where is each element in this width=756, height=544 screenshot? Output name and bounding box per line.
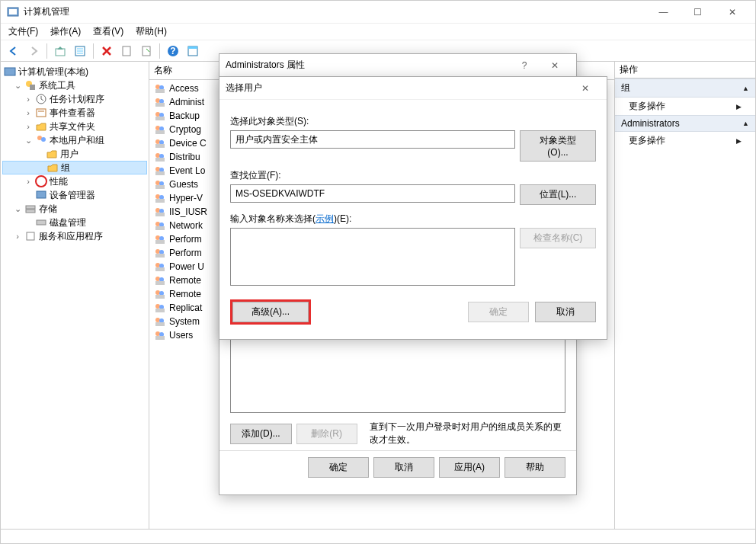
tree-root[interactable]: 计算机管理(本地) bbox=[2, 65, 147, 78]
tree-groups[interactable]: 组 bbox=[2, 161, 147, 174]
menu-help[interactable]: 帮助(H) bbox=[136, 25, 167, 38]
menu-file[interactable]: 文件(F) bbox=[8, 25, 38, 38]
svg-rect-32 bbox=[155, 103, 165, 107]
menu-view[interactable]: 查看(V) bbox=[93, 25, 123, 38]
svg-point-33 bbox=[155, 112, 160, 117]
remove-button: 删除(R) bbox=[296, 424, 357, 444]
group-icon bbox=[154, 288, 166, 300]
svg-rect-7 bbox=[123, 46, 130, 56]
svg-rect-65 bbox=[155, 254, 165, 258]
svg-rect-80 bbox=[155, 322, 165, 326]
svg-rect-15 bbox=[30, 85, 35, 90]
refresh-button[interactable] bbox=[118, 43, 135, 59]
object-type-field bbox=[230, 130, 515, 149]
svg-point-63 bbox=[155, 249, 160, 254]
svg-point-45 bbox=[155, 167, 160, 171]
svg-point-69 bbox=[155, 277, 160, 281]
arrow-icon: ▶ bbox=[736, 137, 742, 145]
back-button[interactable] bbox=[5, 43, 22, 59]
list-button[interactable] bbox=[72, 43, 88, 59]
tree-systools[interactable]: ⌄系统工具 bbox=[2, 78, 147, 92]
tree-storage[interactable]: ⌄存储 bbox=[2, 202, 147, 216]
close-button[interactable]: ✕ bbox=[540, 54, 570, 77]
tree-shared[interactable]: ›共享文件夹 bbox=[2, 120, 147, 133]
svg-point-60 bbox=[155, 235, 160, 240]
apply-button[interactable]: 应用(A) bbox=[439, 457, 500, 478]
tree-users[interactable]: 用户 bbox=[2, 147, 147, 161]
cancel-button[interactable]: 取消 bbox=[373, 457, 434, 478]
select-users-title: 选择用户 bbox=[226, 82, 262, 94]
examples-link[interactable]: 示例 bbox=[316, 213, 334, 224]
svg-rect-83 bbox=[155, 336, 165, 340]
ok-button: 确定 bbox=[468, 302, 529, 322]
group-icon bbox=[154, 274, 166, 286]
svg-text:?: ? bbox=[170, 46, 175, 56]
svg-point-36 bbox=[155, 126, 160, 130]
tree-tasksched[interactable]: ›任务计划程序 bbox=[2, 92, 147, 106]
tree-services[interactable]: ›服务和应用程序 bbox=[2, 229, 147, 243]
actions-more-1[interactable]: 更多操作▶ bbox=[615, 98, 755, 115]
help-button[interactable]: ? bbox=[509, 54, 540, 77]
group-icon bbox=[154, 206, 166, 218]
svg-point-78 bbox=[155, 318, 160, 322]
close-button[interactable]: ✕ bbox=[715, 1, 749, 24]
export-button[interactable] bbox=[138, 43, 155, 59]
delete-button[interactable] bbox=[98, 43, 115, 59]
svg-rect-2 bbox=[56, 49, 65, 56]
svg-rect-17 bbox=[37, 109, 46, 117]
svg-point-39 bbox=[155, 139, 160, 144]
tree-perf[interactable]: ›性能 bbox=[2, 174, 147, 188]
group-icon bbox=[154, 110, 166, 122]
group-icon bbox=[154, 302, 166, 314]
svg-point-57 bbox=[155, 222, 160, 226]
advanced-button[interactable]: 高级(A)... bbox=[232, 302, 309, 322]
ok-button[interactable]: 确定 bbox=[308, 457, 369, 478]
svg-point-20 bbox=[41, 137, 46, 142]
maximize-button[interactable]: ☐ bbox=[681, 1, 715, 24]
up-button[interactable] bbox=[52, 43, 69, 59]
select-users-titlebar: 选择用户 ✕ bbox=[219, 77, 607, 100]
actions-section-admins[interactable]: Administrators▲ bbox=[615, 115, 755, 132]
svg-rect-35 bbox=[155, 117, 165, 120]
tree-localusers[interactable]: ⌄本地用户和组 bbox=[2, 133, 147, 147]
tree-diskmgmt[interactable]: 磁盘管理 bbox=[2, 216, 147, 229]
group-icon bbox=[154, 178, 166, 190]
object-types-button[interactable]: 对象类型(O)... bbox=[520, 130, 596, 162]
forward-button[interactable] bbox=[25, 43, 42, 59]
actions-section-group[interactable]: 组▲ bbox=[615, 78, 755, 98]
view-button[interactable] bbox=[184, 43, 201, 59]
add-button[interactable]: 添加(D)... bbox=[230, 424, 292, 444]
actions-more-2[interactable]: 更多操作▶ bbox=[615, 132, 755, 149]
svg-point-48 bbox=[155, 181, 160, 185]
tree-eventview[interactable]: ›事件查看器 bbox=[2, 106, 147, 120]
group-icon bbox=[154, 151, 166, 163]
svg-rect-59 bbox=[155, 226, 165, 230]
group-icon bbox=[154, 165, 166, 177]
check-names-button: 检查名称(C) bbox=[520, 228, 596, 248]
select-users-dialog: 选择用户 ✕ 选择此对象类型(S): 对象类型(O)... 查找位置(F): 位… bbox=[219, 76, 607, 340]
svg-point-66 bbox=[155, 263, 160, 267]
cancel-button[interactable]: 取消 bbox=[535, 302, 596, 322]
tree-panel: 计算机管理(本地) ⌄系统工具 ›任务计划程序 ›事件查看器 ›共享文件夹 ⌄本… bbox=[1, 62, 149, 529]
group-icon bbox=[154, 137, 166, 149]
minimize-button[interactable]: — bbox=[646, 1, 681, 24]
help-button[interactable]: 帮助 bbox=[505, 457, 565, 478]
svg-point-51 bbox=[155, 194, 160, 199]
group-icon bbox=[154, 96, 166, 108]
object-names-input[interactable] bbox=[230, 228, 515, 286]
svg-rect-74 bbox=[155, 295, 165, 299]
group-icon bbox=[154, 247, 166, 259]
menu-action[interactable]: 操作(A) bbox=[50, 25, 81, 38]
locations-button[interactable]: 位置(L)... bbox=[520, 184, 596, 205]
svg-rect-22 bbox=[37, 191, 46, 198]
svg-rect-53 bbox=[155, 199, 165, 203]
svg-rect-38 bbox=[155, 130, 165, 134]
tree-devmgr[interactable]: 设备管理器 bbox=[2, 188, 147, 202]
close-button[interactable]: ✕ bbox=[570, 77, 601, 100]
location-field bbox=[230, 184, 515, 203]
window-title: 计算机管理 bbox=[24, 5, 69, 18]
app-icon bbox=[7, 6, 19, 18]
actions-panel: 操作 组▲ 更多操作▶ Administrators▲ 更多操作▶ bbox=[615, 62, 755, 529]
help-icon[interactable]: ? bbox=[165, 43, 181, 59]
svg-point-54 bbox=[155, 208, 160, 213]
